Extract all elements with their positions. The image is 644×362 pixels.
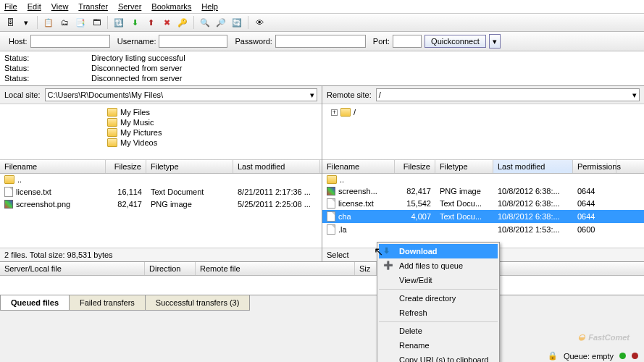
tree-item[interactable]: My Pictures (120, 128, 162, 137)
list-row[interactable]: license.txt 16,114 Text Document 8/21/20… (0, 185, 322, 198)
menu-file[interactable]: File (4, 2, 17, 11)
tree-item[interactable]: My Videos (120, 138, 157, 147)
list-row[interactable]: screenshot.png 82,417 PNG image 5/25/201… (0, 198, 322, 210)
col-filesize[interactable]: Filesize (106, 160, 146, 173)
menu-item[interactable]: Refresh (379, 306, 498, 320)
menu-server[interactable]: Server (118, 2, 141, 11)
tree-item[interactable]: My Music (120, 118, 154, 127)
local-status: 2 files. Total size: 98,531 bytes (0, 248, 322, 261)
file-name: .. (17, 175, 22, 184)
col-permissions[interactable]: Permissions (573, 160, 616, 173)
menu-edit[interactable]: Edit (28, 2, 41, 11)
col-remote-file[interactable]: Remote file (196, 262, 355, 275)
file-icon (327, 224, 335, 235)
username-input[interactable] (159, 35, 227, 48)
file-name: cha (338, 212, 351, 221)
menu-item[interactable]: View/Edit (379, 273, 498, 287)
file-type: Text Docu... (435, 199, 493, 208)
disconnect-icon[interactable]: ✖ (159, 15, 174, 30)
filter-icon[interactable]: 🔍 (198, 15, 212, 30)
menu-item[interactable]: Delete (379, 324, 498, 338)
toggle-tree-icon[interactable]: 🗂 (57, 15, 72, 30)
col-modified[interactable]: Last modified (493, 160, 573, 173)
local-tree[interactable]: My Files My Music My Pictures My Videos (0, 104, 322, 159)
host-label: Host: (9, 37, 28, 46)
tab-queued[interactable]: Queued files (0, 295, 70, 311)
col-server-local[interactable]: Server/Local file (0, 262, 145, 275)
queue-status: Queue: empty (564, 352, 614, 361)
password-input[interactable] (275, 35, 366, 48)
menu-help[interactable]: Help (201, 2, 218, 11)
queue-columns: Server/Local file Direction Remote file … (0, 261, 644, 276)
chevron-down-icon[interactable]: ▾ (632, 90, 637, 100)
quickconnect-button[interactable]: Quickconnect (425, 35, 486, 48)
list-row[interactable]: .la 10/8/2012 1:53:... 0600 (322, 223, 644, 236)
file-permissions: 0644 (573, 199, 616, 208)
file-modified: 5/25/2011 2:25:08 ... (233, 200, 320, 209)
folder-icon (107, 118, 117, 127)
menu-transfer[interactable]: Transfer (78, 2, 108, 11)
sitemanager-icon[interactable]: 🗄 (3, 15, 17, 30)
col-filename[interactable]: Filename (0, 160, 106, 173)
compare-icon[interactable]: 🔎 (214, 15, 228, 30)
menu-item[interactable]: Rename (379, 338, 498, 353)
dropdown-icon[interactable]: ▾ (19, 15, 33, 30)
col-filetype[interactable]: Filetype (146, 160, 233, 173)
reconnect-icon[interactable]: 🔑 (175, 15, 190, 30)
log-message: Directory listing successful (91, 54, 185, 62)
separator (248, 16, 248, 29)
port-input[interactable] (393, 35, 422, 48)
col-size[interactable]: Siz (355, 262, 377, 275)
list-row[interactable]: cha 4,007 Text Docu... 10/8/2012 6:38:..… (322, 210, 644, 223)
menu-view[interactable]: View (51, 2, 69, 11)
local-path-combo[interactable]: C:\Users\R\Documents\My Files\▾ (45, 88, 317, 101)
remote-tree[interactable]: +/ (322, 104, 644, 159)
folder-icon (4, 175, 14, 184)
separator (107, 16, 108, 29)
process-queue-icon[interactable]: ⬇ (127, 15, 142, 30)
find-icon[interactable]: 👁 (252, 15, 267, 30)
list-row[interactable]: license.txt 15,542 Text Docu... 10/8/201… (322, 197, 644, 210)
col-filename[interactable]: Filename (322, 160, 395, 173)
refresh-icon[interactable]: 🔃 (112, 15, 126, 30)
menu-item[interactable]: ➕Add files to queue (379, 258, 498, 273)
toggle-queue-icon[interactable]: 📑 (73, 15, 88, 30)
local-columns: Filename Filesize Filetype Last modified (0, 159, 322, 174)
remote-site-label: Remote site: (327, 90, 372, 99)
log-label: Status: (4, 73, 91, 83)
col-filesize[interactable]: Filesize (395, 160, 435, 173)
toolbar: 🗄 ▾ 📋 🗂 📑 🗔 🔃 ⬇ ⬆ ✖ 🔑 🔍 🔎 🔄 👁 (0, 14, 644, 32)
tab-failed[interactable]: Failed transfers (69, 295, 146, 311)
file-name: license.txt (16, 188, 51, 196)
expand-icon[interactable]: + (331, 109, 338, 116)
menu-item[interactable]: Copy URL(s) to clipboard (379, 353, 498, 362)
local-file-list[interactable]: .. license.txt 16,114 Text Document 8/21… (0, 174, 322, 248)
quickconnect-dropdown[interactable]: ▾ (489, 34, 501, 49)
menu-bookmarks[interactable]: Bookmarks (151, 2, 191, 11)
status-bar: 🔒 Queue: empty (542, 350, 644, 362)
tree-item[interactable]: / (354, 108, 356, 117)
col-direction[interactable]: Direction (145, 262, 196, 275)
col-filetype[interactable]: Filetype (435, 160, 493, 173)
toggle-pane-icon[interactable]: 🗔 (89, 15, 104, 30)
menu-item[interactable]: Create directory (379, 291, 498, 306)
col-modified[interactable]: Last modified (233, 160, 320, 173)
file-modified: 10/8/2012 6:38:... (493, 212, 573, 221)
host-input[interactable] (30, 35, 110, 48)
list-row[interactable]: .. (0, 174, 322, 185)
remote-path-combo[interactable]: /▾ (376, 88, 640, 101)
tree-item[interactable]: My Files (120, 108, 150, 117)
sync-icon[interactable]: 🔄 (230, 15, 244, 30)
list-row[interactable]: .. (322, 174, 644, 185)
tab-successful[interactable]: Successful transfers (3) (145, 295, 251, 311)
menu-item[interactable]: ⬇Download (379, 244, 498, 258)
queue-list[interactable] (0, 276, 644, 295)
local-site-label: Local site: (4, 90, 41, 99)
remote-file-list[interactable]: .. screensh... 82,417 PNG image 10/8/201… (322, 174, 644, 248)
cancel-icon[interactable]: ⬆ (143, 15, 158, 30)
list-row[interactable]: screensh... 82,417 PNG image 10/8/2012 6… (322, 185, 644, 197)
status-indicator-red (632, 353, 638, 359)
file-type: Text Document (146, 188, 233, 196)
toggle-log-icon[interactable]: 📋 (41, 15, 56, 30)
chevron-down-icon[interactable]: ▾ (310, 90, 314, 100)
